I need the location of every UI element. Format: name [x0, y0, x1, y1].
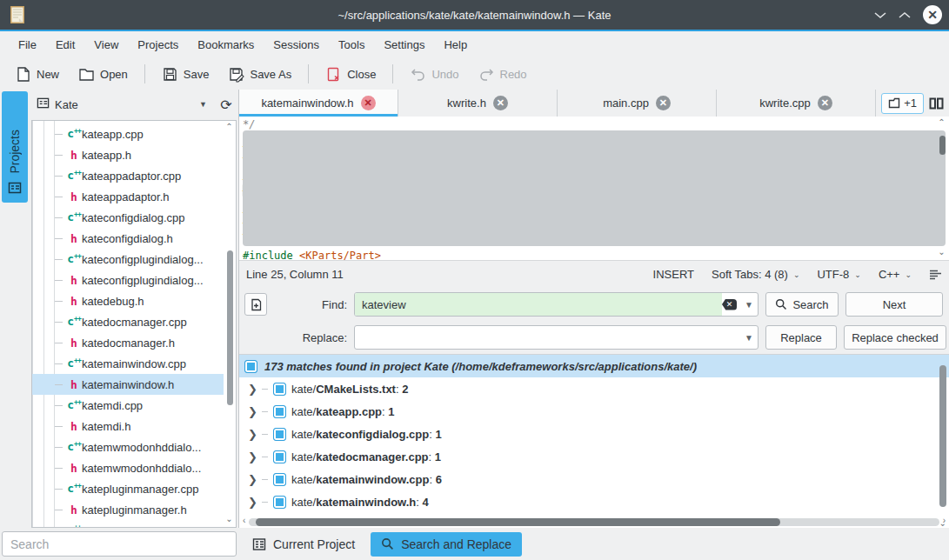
tree-item-katedocmanager-cpp[interactable]: c++katedocmanager.cpp [32, 311, 224, 332]
checkbox-checked-icon[interactable] [273, 428, 286, 441]
word-wrap-menu-icon[interactable] [929, 270, 942, 280]
checkbox-checked-icon[interactable] [273, 473, 286, 486]
maximize-icon[interactable] [899, 11, 911, 19]
tree-item-katemainwindow-cpp[interactable]: c++katemainwindow.cpp [32, 353, 224, 374]
close-document-button[interactable]: Close [317, 63, 384, 86]
scroll-up-icon[interactable]: ⌃ [938, 118, 945, 129]
tree-item-katemainwindow-h[interactable]: hkatemainwindow.h [32, 374, 224, 395]
result-row-kateconfigdialog-cpp[interactable]: ❯kate/kateconfigdialog.cpp: 1 [239, 423, 949, 445]
tab-kwrite.h[interactable]: kwrite.h✕ [398, 90, 558, 117]
tab-close-icon[interactable]: ✕ [493, 96, 508, 110]
tree-item-katemwmodonhddialo---[interactable]: hkatemwmodonhddialo... [32, 457, 224, 478]
replace-input[interactable] [355, 326, 740, 349]
tree-item-kateapp-h[interactable]: hkateapp.h [32, 144, 224, 165]
expand-chevron-icon[interactable]: ❯ [248, 473, 257, 486]
cursor-position[interactable]: Line 25, Column 11 [246, 268, 636, 281]
tree-item-katedocmanager-h[interactable]: hkatedocmanager.h [32, 332, 224, 353]
menu-item-tools[interactable]: Tools [329, 35, 374, 55]
tab-katemainwindow.h[interactable]: katemainwindow.h✕ [239, 90, 398, 117]
project-selector[interactable]: Kate ▼ [31, 93, 212, 116]
syntax-mode-selector[interactable]: C++ ⌄ [879, 268, 912, 281]
expand-chevron-icon[interactable]: ❯ [248, 496, 257, 509]
results-summary-row[interactable]: 173 matches found in project Kate (/home… [239, 355, 949, 377]
chevron-down-icon[interactable]: ▼ [740, 293, 758, 316]
result-row-katemainwindow-h[interactable]: ❯kate/katemainwindow.h: 4 [239, 490, 949, 513]
tree-item-katemdi-h[interactable]: hkatemdi.h [32, 416, 224, 437]
result-row-kateapp-cpp[interactable]: ❯kate/kateapp.cpp: 1 [239, 400, 949, 423]
result-row-katedocmanager-cpp[interactable]: ❯kate/katedocmanager.cpp: 1 [239, 445, 949, 468]
replace-button[interactable]: Replace [765, 325, 837, 350]
next-button[interactable]: Next [845, 292, 943, 317]
find-input[interactable] [355, 293, 722, 316]
project-filter-input[interactable] [2, 531, 237, 557]
menu-item-sessions[interactable]: Sessions [264, 35, 329, 55]
text-editor[interactable]: */#ifndef __KATE_MAINWINDOW_H__#define _… [239, 117, 949, 261]
tab-close-icon[interactable]: ✕ [656, 96, 671, 110]
hscrollbar-track[interactable] [249, 518, 939, 526]
split-view-button[interactable] [929, 97, 944, 110]
checkbox-checked-icon[interactable] [273, 496, 286, 509]
more-documents-button[interactable]: +1 [881, 93, 924, 114]
chevron-down-icon[interactable]: ▼ [740, 326, 758, 349]
menu-item-file[interactable]: File [9, 35, 46, 55]
sidebar-tab-projects[interactable]: Projects [2, 91, 28, 203]
tree-item-kateappadaptor-h[interactable]: hkateappadaptor.h [32, 186, 224, 207]
checkbox-checked-icon[interactable] [244, 360, 257, 373]
tree-item-kateconfigplugindialog---[interactable]: hkateconfigplugindialog... [32, 270, 224, 290]
menu-item-settings[interactable]: Settings [374, 35, 434, 55]
redo-button[interactable]: Redo [471, 63, 535, 86]
scroll-down-icon[interactable]: ⌄ [225, 515, 232, 525]
tab-kwrite.cpp[interactable]: kwrite.cpp✕ [717, 90, 876, 117]
menu-item-projects[interactable]: Projects [128, 35, 188, 55]
undo-button[interactable]: Undo [402, 63, 466, 86]
expand-chevron-icon[interactable]: ❯ [248, 450, 257, 463]
tree-item-katedebug-h[interactable]: hkatedebug.h [32, 290, 224, 311]
tab-close-icon[interactable]: ✕ [361, 96, 376, 110]
menu-item-view[interactable]: View [84, 35, 128, 55]
input-mode[interactable]: INSERT [653, 268, 694, 281]
tree-item-katequickopen-cpp[interactable]: c++katequickopen.cpp [32, 520, 224, 528]
scroll-up-icon[interactable]: ⌃ [225, 123, 232, 133]
editor-scrollbar-track[interactable] [243, 130, 946, 246]
save-button[interactable]: Save [154, 63, 217, 86]
scroll-down-icon[interactable]: ⌄ [939, 518, 946, 528]
tree-item-kateapp-cpp[interactable]: c++kateapp.cpp [32, 123, 224, 144]
tree-item-katepluginmanager-h[interactable]: hkatepluginmanager.h [32, 499, 224, 520]
checkbox-checked-icon[interactable] [273, 383, 286, 396]
menu-item-bookmarks[interactable]: Bookmarks [188, 35, 264, 55]
new-search-tab-button[interactable] [244, 293, 267, 316]
results-scrollbar-thumb[interactable] [939, 365, 946, 507]
tree-item-kateconfigdialog-h[interactable]: hkateconfigdialog.h [32, 228, 224, 249]
clear-text-icon[interactable]: ✕ [722, 299, 737, 310]
encoding-selector[interactable]: UTF-8 ⌄ [817, 268, 860, 281]
checkbox-checked-icon[interactable] [273, 405, 286, 418]
menu-item-edit[interactable]: Edit [46, 35, 84, 55]
tab-width-selector[interactable]: Soft Tabs: 4 (8) ⌄ [712, 268, 799, 281]
tree-item-kateconfigplugindialog---[interactable]: c++kateconfigplugindialog... [32, 249, 224, 270]
menu-item-help[interactable]: Help [434, 35, 477, 55]
tree-scrollbar-thumb[interactable] [227, 250, 233, 404]
result-row-CMakeLists-txt[interactable]: ❯kate/CMakeLists.txt: 2 [239, 377, 949, 400]
tab-close-icon[interactable]: ✕ [818, 96, 832, 110]
tree-item-katemwmodonhddialo---[interactable]: c++katemwmodonhddialo... [32, 437, 224, 457]
expand-chevron-icon[interactable]: ❯ [248, 383, 257, 396]
open-button[interactable]: Open [70, 63, 136, 86]
result-row-katemainwindow-cpp[interactable]: ❯kate/katemainwindow.cpp: 6 [239, 468, 949, 490]
checkbox-checked-icon[interactable] [273, 450, 286, 463]
tab-main.cpp[interactable]: main.cpp✕ [558, 90, 717, 117]
new-button[interactable]: New [7, 63, 67, 86]
replace-checked-button[interactable]: Replace checked [844, 325, 946, 350]
save-as-button[interactable]: Save As [220, 63, 299, 86]
current-project-button[interactable]: Current Project [245, 533, 362, 556]
expand-chevron-icon[interactable]: ❯ [248, 428, 257, 441]
tree-item-kateconfigdialog-cpp[interactable]: c++kateconfigdialog.cpp [32, 207, 224, 228]
expand-chevron-icon[interactable]: ❯ [248, 405, 257, 418]
tree-item-katepluginmanager-cpp[interactable]: c++katepluginmanager.cpp [32, 478, 224, 499]
search-button[interactable]: Search [765, 292, 839, 317]
search-and-replace-button[interactable]: Search and Replace [371, 532, 522, 557]
tree-item-kateappadaptor-cpp[interactable]: c++kateappadaptor.cpp [32, 165, 224, 186]
hscrollbar-thumb[interactable] [256, 518, 780, 526]
scroll-down-icon[interactable]: ⌄ [938, 248, 945, 258]
editor-scrollbar[interactable]: ⌃ ⌄ [935, 117, 948, 260]
minimize-icon[interactable] [874, 11, 886, 19]
